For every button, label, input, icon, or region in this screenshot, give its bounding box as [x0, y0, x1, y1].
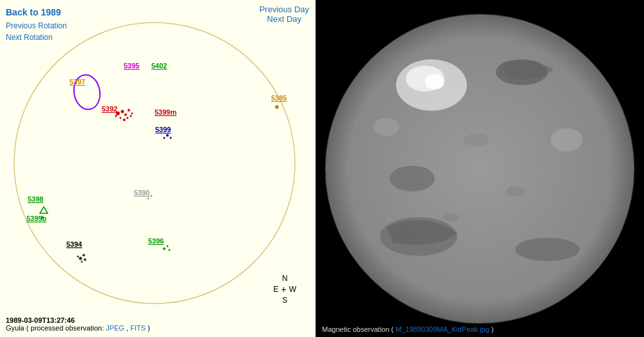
magnetic-caption: Magnetic observation ( M_19890309MA_Kitt…: [322, 325, 494, 333]
svg-point-19: [167, 246, 169, 247]
svg-point-26: [147, 198, 149, 200]
back-to-1989-link[interactable]: Back to 1989: [6, 7, 61, 17]
svg-point-10: [115, 115, 117, 117]
svg-text:5395: 5395: [124, 62, 139, 70]
svg-text:5397: 5397: [70, 78, 85, 86]
svg-point-41: [325, 14, 634, 323]
svg-text:5399m: 5399m: [155, 108, 176, 116]
svg-point-3: [121, 110, 124, 113]
compass-north: N: [273, 274, 296, 283]
prev-day-link[interactable]: Previous Day: [260, 5, 309, 14]
compass-plus: +: [281, 284, 286, 294]
svg-text:5390: 5390: [134, 189, 149, 197]
svg-text:5394: 5394: [66, 240, 82, 248]
magnetic-caption-close: ): [491, 325, 494, 333]
svg-point-27: [151, 195, 153, 197]
svg-point-4: [124, 113, 127, 116]
svg-text:5392: 5392: [102, 105, 117, 113]
svg-point-47: [390, 166, 435, 191]
svg-text:5396: 5396: [148, 237, 164, 245]
compass-east: E: [273, 285, 278, 294]
svg-point-24: [81, 261, 83, 263]
svg-text:5385: 5385: [271, 94, 287, 102]
svg-point-20: [169, 249, 171, 251]
svg-point-51: [443, 213, 459, 222]
svg-point-12: [166, 134, 169, 137]
svg-point-22: [82, 254, 85, 256]
svg-point-15: [275, 105, 279, 109]
svg-point-50: [506, 186, 525, 197]
svg-point-14: [164, 137, 166, 139]
sun-diagram: 5395 5397 5402 5392 5399m 5399 5385 5390…: [10, 18, 299, 308]
magnetic-caption-text: Magnetic observation (: [322, 325, 395, 333]
svg-point-7: [120, 117, 122, 119]
jpeg-link[interactable]: JPEG: [106, 324, 124, 332]
right-panel: Magnetic observation ( M_19890309MA_Kitt…: [316, 0, 644, 337]
svg-text:5399: 5399: [155, 126, 171, 133]
svg-point-23: [84, 258, 86, 261]
svg-point-13: [170, 137, 172, 139]
fits-link[interactable]: FITS: [130, 324, 146, 332]
svg-text:5402: 5402: [151, 62, 167, 70]
obs-close: ): [147, 324, 150, 332]
svg-point-53: [374, 118, 399, 136]
svg-point-8: [123, 119, 126, 121]
obs-label: Gyula ( processed observation:: [6, 324, 106, 332]
svg-point-49: [464, 133, 489, 146]
svg-point-25: [77, 256, 79, 258]
svg-point-11: [130, 115, 132, 117]
bottom-info: 1989-03-09T13:27:46 Gyula ( processed ob…: [6, 316, 150, 332]
magnetic-link[interactable]: M_19890309MA_KittPeak.jpg: [395, 325, 489, 333]
compass: N E + W S: [273, 274, 296, 305]
svg-point-18: [163, 247, 166, 250]
svg-point-52: [551, 128, 583, 151]
svg-point-5: [128, 109, 130, 111]
magnetic-image: [322, 11, 638, 327]
svg-point-9: [127, 117, 129, 119]
compass-south: S: [273, 296, 296, 305]
svg-point-6: [131, 113, 133, 115]
svg-point-44: [425, 74, 444, 90]
svg-text:5395b: 5395b: [26, 215, 46, 222]
svg-point-48: [515, 238, 580, 261]
svg-text:5398: 5398: [28, 195, 43, 203]
left-panel: Back to 1989 Previous Rotation Next Rota…: [0, 0, 316, 337]
timestamp: 1989-03-09T13:27:46: [6, 316, 150, 324]
compass-west: W: [289, 285, 296, 294]
svg-point-21: [79, 257, 82, 260]
obs-text: Gyula ( processed observation: JPEG , FI…: [6, 324, 150, 332]
